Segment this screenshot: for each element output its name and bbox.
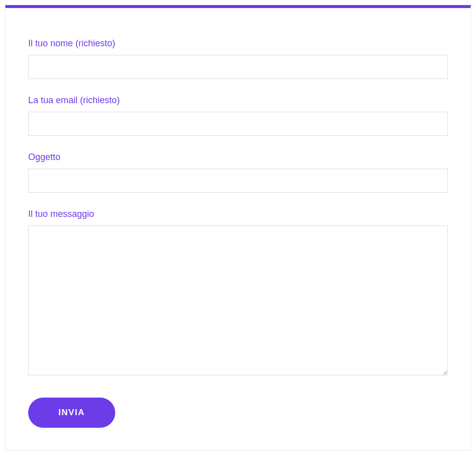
subject-field-group: Oggetto — [28, 152, 448, 193]
email-field-group: La tua email (richiesto) — [28, 95, 448, 136]
subject-label: Oggetto — [28, 152, 448, 163]
message-textarea[interactable] — [28, 225, 448, 375]
contact-form-container: Il tuo nome (richiesto) La tua email (ri… — [5, 5, 471, 451]
name-field-group: Il tuo nome (richiesto) — [28, 38, 448, 79]
name-input[interactable] — [28, 55, 448, 79]
email-label: La tua email (richiesto) — [28, 95, 448, 106]
name-label: Il tuo nome (richiesto) — [28, 38, 448, 49]
message-label: Il tuo messaggio — [28, 209, 448, 219]
subject-input[interactable] — [28, 169, 448, 193]
submit-button[interactable]: INVIA — [28, 398, 115, 428]
message-field-group: Il tuo messaggio — [28, 209, 448, 377]
email-input[interactable] — [28, 112, 448, 136]
